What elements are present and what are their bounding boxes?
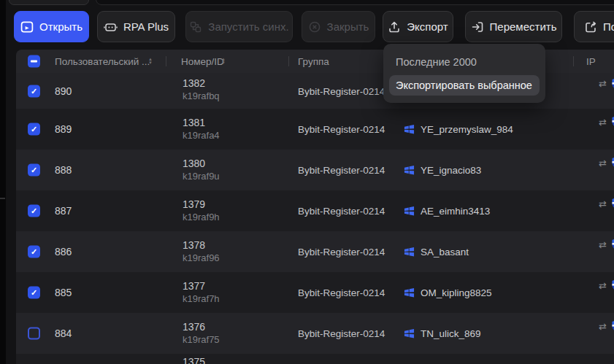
row-id-cell: 1382 k19rafbq [183, 77, 220, 102]
share-button-label: Под [603, 20, 614, 33]
row-id-code: k19raf9h [183, 211, 220, 223]
row-name-cell: SA_basant [404, 247, 469, 257]
run-sync-label: Запустить синх. [208, 20, 288, 33]
row-id: 1376 [183, 321, 220, 333]
table-row[interactable]: 889 1381 k19rafa4 Bybit-Register-0214 YE… [16, 109, 614, 150]
row-checkbox[interactable] [28, 85, 40, 97]
row-id-code: k19raf96 [183, 252, 220, 264]
row-id-cell: 1381 k19rafa4 [183, 117, 220, 142]
top-cutoff-element [9, 0, 89, 5]
column-number-id[interactable]: Номер/ID [181, 56, 224, 67]
row-id: 1382 [183, 77, 220, 90]
open-button[interactable]: Открыть [14, 11, 89, 42]
menu-item-last-2000[interactable]: Последние 2000 [389, 53, 540, 71]
row-checkbox[interactable] [28, 205, 40, 217]
row-id-cell: 1380 k19raf9u [183, 158, 220, 182]
row-group: Bybit-Register-0214 [298, 124, 385, 135]
app-window: Открыть RPA Plus Запустить синх. Закрыть [0, 0, 614, 364]
row-proxy-ip-cell: - [581, 115, 614, 143]
windows-os-icon [404, 328, 415, 339]
rpa-plus-label: RPA Plus [123, 20, 169, 33]
column-group[interactable]: Группа [298, 56, 329, 67]
row-number: 890 [55, 85, 72, 97]
top-cutoff-panel [96, 0, 614, 5]
rpa-plus-button[interactable]: RPA Plus [97, 11, 175, 42]
row-id-code: k19rafbq [183, 90, 220, 102]
row-checkbox[interactable] [28, 123, 40, 136]
row-group: Bybit-Register-0214 [298, 247, 385, 257]
run-sync-button[interactable]: Запустить синх. [185, 11, 293, 42]
proxy-swap-icon [599, 199, 607, 209]
row-id-code: k19raf9u [183, 170, 220, 182]
row-id: 1378 [183, 239, 220, 252]
column-divider [573, 56, 574, 66]
share-button[interactable]: Под [574, 11, 614, 42]
ip-value: - [581, 173, 614, 184]
ip-value: - [581, 336, 614, 347]
row-number: 886 [55, 246, 72, 257]
table-row[interactable]: 886 1378 k19raf96 Bybit-Register-0214 SA… [16, 231, 614, 272]
share-icon [584, 20, 597, 34]
export-button-label: Экспорт [407, 20, 448, 33]
close-circle-icon [308, 20, 321, 34]
export-dropdown-menu: Последние 2000 Экспортировать выбранное [383, 44, 545, 103]
row-number: 884 [55, 328, 72, 339]
table-row[interactable]: 888 1380 k19raf9u Bybit-Register-0214 YE… [16, 150, 614, 190]
row-id-code: k19raf75 [183, 333, 220, 346]
ip-value: - [581, 94, 614, 105]
column-divider [288, 56, 289, 66]
row-checkbox[interactable] [28, 328, 40, 340]
row-name-cell: TN_ulick_869 [404, 328, 481, 339]
row-proxy-ip-cell: - [581, 77, 614, 105]
row-id-cell: 1377 k19raf7h [183, 280, 220, 305]
ip-value: - [581, 255, 614, 266]
sort-icon[interactable] [148, 58, 153, 65]
profile-name: OM_kipling8825 [421, 287, 492, 298]
profile-name: AE_eimhin3413 [421, 206, 490, 217]
browser-window-icon [20, 20, 34, 34]
row-id-code: k19raf7h [183, 293, 220, 305]
row-id-code: k19rafa4 [183, 129, 220, 142]
close-button[interactable]: Закрыть [302, 11, 375, 42]
row-checkbox[interactable] [28, 164, 40, 177]
menu-item-export-selected[interactable]: Экспортировать выбранное [389, 75, 540, 96]
ip-value: - [581, 295, 614, 306]
close-button-label: Закрыть [327, 20, 369, 33]
row-number: 887 [55, 205, 72, 217]
column-divider [166, 56, 166, 66]
row-group: Bybit-Register-0214 [298, 328, 385, 339]
move-button[interactable]: Переместить [465, 11, 562, 42]
column-custom-number[interactable]: Пользовательский ... [55, 56, 150, 67]
row-group: Bybit-Register-0214 [298, 206, 385, 217]
windows-os-icon [404, 124, 415, 135]
proxy-swap-icon [599, 79, 607, 88]
row-proxy-ip-cell: - [581, 156, 614, 184]
proxy-swap-icon [599, 117, 607, 127]
row-proxy-ip-cell: - [581, 238, 614, 266]
sort-icon[interactable] [221, 58, 226, 65]
row-proxy-ip-cell: - [581, 320, 614, 347]
row-group: Bybit-Register-0214 [298, 287, 385, 298]
row-id: 1379 [183, 198, 220, 211]
select-all-checkbox[interactable] [28, 55, 40, 68]
row-id: 1377 [183, 280, 220, 293]
row-id: 1381 [183, 117, 220, 129]
row-checkbox[interactable] [28, 287, 40, 299]
open-button-label: Открыть [39, 20, 82, 33]
robot-icon [104, 20, 118, 34]
export-button[interactable]: Экспорт [383, 11, 453, 42]
column-ip[interactable]: IP [586, 56, 596, 67]
row-id: 1380 [183, 158, 220, 170]
move-button-label: Переместить [490, 20, 557, 33]
table-row-partial[interactable]: 1375 [16, 354, 614, 364]
table-row[interactable]: 884 1376 k19raf75 Bybit-Register-0214 TN… [16, 313, 614, 354]
table-row[interactable]: 885 1377 k19raf7h Bybit-Register-0214 OM… [16, 272, 614, 313]
profile-name: YE_ignacio83 [421, 165, 481, 176]
row-checkbox[interactable] [28, 246, 40, 258]
row-id-cell: 1376 k19raf75 [183, 321, 220, 346]
row-name-cell: YE_ignacio83 [404, 165, 481, 176]
table-row[interactable]: 887 1379 k19raf9h Bybit-Register-0214 AE… [16, 190, 614, 231]
row-proxy-ip-cell: - [581, 279, 614, 306]
proxy-swap-icon [599, 281, 607, 290]
export-upload-icon [388, 20, 401, 34]
